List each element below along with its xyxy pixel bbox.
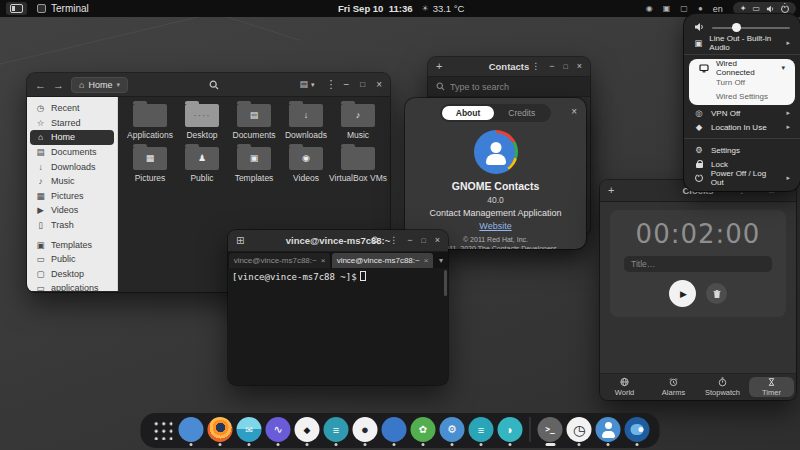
dock-item-blue-app[interactable] xyxy=(382,417,407,446)
clock-label[interactable]: Fri Sep 10 11:36 xyxy=(338,3,412,14)
tab-alarms[interactable]: Alarms xyxy=(651,377,696,397)
dock-item-tweaks-teal[interactable]: ≡ xyxy=(469,417,494,446)
tab-close-icon[interactable]: × xyxy=(321,256,326,265)
tab-world[interactable]: World xyxy=(602,377,647,397)
close-button[interactable]: × xyxy=(577,62,582,71)
path-bar-button[interactable]: ⌂ Home ▾ xyxy=(71,77,128,93)
back-button[interactable]: ← xyxy=(35,79,46,91)
menu-item-location[interactable]: ◆ Location In Use ▸ xyxy=(684,120,800,134)
folder-templates[interactable]: ▣Templates xyxy=(228,147,280,190)
dock-item-mail[interactable]: ✉ xyxy=(237,417,262,446)
dock-item-teal-app[interactable]: ◗ xyxy=(498,417,523,446)
tab-stopwatch[interactable]: Stopwatch xyxy=(700,377,745,397)
sidebar-item-templates[interactable]: ▣Templates xyxy=(30,237,114,252)
folder-documents[interactable]: ▤Documents xyxy=(228,104,280,147)
weather-widget[interactable]: ☀ 33.1 °C xyxy=(421,3,464,14)
menu-item-power[interactable]: Power Off / Log Out ▸ xyxy=(684,171,800,185)
folder-videos[interactable]: ◉Videos xyxy=(280,147,332,190)
dock-item-inkscape[interactable]: ◆ xyxy=(295,417,320,446)
folder-desktop[interactable]: ····Desktop xyxy=(176,104,228,147)
menu-item-turn-off[interactable]: Turn Off xyxy=(689,75,795,89)
menu-kebab-icon[interactable]: ⋮ xyxy=(325,79,336,90)
sidebar-item-videos[interactable]: ▶Videos xyxy=(30,203,114,218)
tray-icon-1[interactable]: ◉ xyxy=(646,5,653,13)
timer-start-button[interactable]: ▶ xyxy=(669,280,696,307)
maximize-button[interactable]: □ xyxy=(360,81,365,89)
close-button[interactable]: × xyxy=(376,80,382,90)
volume-slider[interactable] xyxy=(712,22,790,32)
inkscape-icon: ◆ xyxy=(295,417,320,442)
tab-credits[interactable]: Credits xyxy=(494,106,549,120)
sidebar-item-public[interactable]: ▭Public xyxy=(30,252,114,267)
dock-item-browser[interactable] xyxy=(179,417,204,446)
search-icon[interactable] xyxy=(209,80,219,90)
activities-button[interactable] xyxy=(6,2,27,15)
sidebar-item-applications[interactable]: ▭applications xyxy=(30,281,114,291)
view-options-caret[interactable]: ▾ xyxy=(311,81,315,88)
slider-knob[interactable] xyxy=(732,23,741,32)
add-contact-button[interactable]: + xyxy=(436,61,442,72)
timer-delete-button[interactable] xyxy=(706,283,727,304)
dock-item-firefox[interactable] xyxy=(208,417,233,446)
folder-music[interactable]: ♪Music xyxy=(332,104,384,147)
sidebar-item-documents[interactable]: ▤Documents xyxy=(30,145,114,160)
terminal-tab-1[interactable]: vince@vince-ms7c88:~ × xyxy=(229,253,330,268)
timer-title-input[interactable] xyxy=(624,256,772,272)
sidebar-item-pictures[interactable]: ▦Pictures xyxy=(30,189,114,204)
tray-icon-3[interactable]: ▢ xyxy=(680,5,688,13)
contacts-search-input[interactable] xyxy=(450,82,582,92)
folder-pictures[interactable]: ▦Pictures xyxy=(124,147,176,190)
new-tab-grid-icon[interactable]: ⊞ xyxy=(236,236,244,246)
sidebar-item-starred[interactable]: ☆Starred xyxy=(30,116,114,131)
forward-button[interactable]: → xyxy=(53,79,64,91)
dock-item-contacts[interactable] xyxy=(596,417,621,446)
sliders-glyph: ≡ xyxy=(478,424,484,436)
dock-item-files[interactable] xyxy=(625,417,650,446)
tab-timer[interactable]: Timer xyxy=(749,377,794,397)
minimize-button[interactable]: − xyxy=(343,80,349,90)
tab-list-caret[interactable]: ▾ xyxy=(434,252,448,268)
scrollbar-thumb[interactable] xyxy=(444,270,447,296)
menu-item-wired-connected[interactable]: Wired Connected ▾ xyxy=(689,61,795,75)
dock-item-music-purple[interactable]: ∿ xyxy=(266,417,291,446)
minimize-button[interactable]: − xyxy=(549,62,554,71)
tab-close-icon[interactable]: × xyxy=(424,256,429,265)
terminal-content[interactable]: [vince@vince-ms7c88 ~]$ xyxy=(228,268,448,385)
app-grid-button[interactable] xyxy=(151,417,175,444)
folder-applications[interactable]: Applications xyxy=(124,104,176,147)
tray-icon-2[interactable]: ▣ xyxy=(663,5,671,13)
menu-item-wired-settings[interactable]: Wired Settings xyxy=(689,89,795,103)
sidebar-item-desktop[interactable]: ▢Desktop xyxy=(30,267,114,282)
dock-item-green-app[interactable]: ✿ xyxy=(411,417,436,446)
sidebar-item-home[interactable]: ⌂Home xyxy=(30,130,114,145)
sidebar-item-trash[interactable]: ▯Trash xyxy=(30,218,114,233)
menu-item-audio-device[interactable]: ▣ Line Out - Built-in Audio ▸ xyxy=(684,36,800,50)
folder-virtualbox-vms[interactable]: VirtualBox VMs xyxy=(332,147,384,190)
maximize-button[interactable]: □ xyxy=(422,237,426,244)
app-menu[interactable]: Terminal xyxy=(37,3,89,14)
menu-item-settings[interactable]: ⚙ Settings xyxy=(684,143,800,157)
sidebar-item-music[interactable]: ♪Music xyxy=(30,174,114,189)
folder-public[interactable]: ♟Public xyxy=(176,147,228,190)
dock-item-settings-blue[interactable]: ⚙ xyxy=(440,417,465,446)
tab-about[interactable]: About xyxy=(442,106,495,120)
terminal-tab-2[interactable]: vince@vince-ms7c88:~ × xyxy=(332,253,433,268)
maximize-button[interactable]: □ xyxy=(564,63,568,70)
dock-item-terminal[interactable]: >_ xyxy=(538,417,563,446)
dock-item-github[interactable]: ● xyxy=(353,417,378,446)
dock-item-tweaks[interactable]: ≡ xyxy=(324,417,349,446)
dock-item-clocks[interactable]: ◷ xyxy=(567,417,592,446)
menu-kebab-icon[interactable]: ⋮ xyxy=(531,62,540,71)
folder-downloads[interactable]: ↓Downloads xyxy=(280,104,332,147)
close-icon[interactable]: × xyxy=(571,106,577,117)
sidebar-item-recent[interactable]: ◷Recent xyxy=(30,101,114,116)
close-button[interactable]: × xyxy=(435,236,440,245)
minimize-button[interactable]: − xyxy=(407,236,412,245)
menu-item-vpn[interactable]: ◎ VPN Off ▸ xyxy=(684,106,800,120)
sidebar-item-downloads[interactable]: ↓Downloads xyxy=(30,159,114,174)
website-link[interactable]: Website xyxy=(479,221,511,231)
view-toggle-icon[interactable]: ▤ xyxy=(299,80,308,89)
add-timer-button[interactable]: + xyxy=(608,185,614,196)
keyboard-layout-indicator[interactable]: en xyxy=(713,4,723,14)
tray-icon-4[interactable]: ● xyxy=(698,5,703,13)
